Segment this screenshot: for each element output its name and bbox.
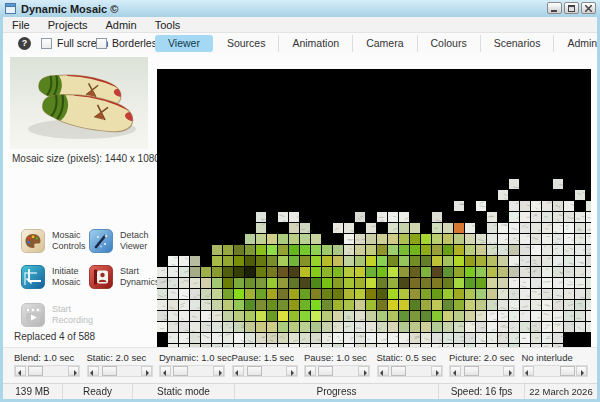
slider-right-arrow-icon[interactable] <box>213 366 224 376</box>
close-icon <box>585 5 592 12</box>
slider-label: No interlude <box>522 352 588 365</box>
slider-dynamic: Dynamic: 1.0 sec <box>159 352 225 383</box>
slider-track[interactable] <box>159 365 225 377</box>
detach-viewer-button[interactable]: Detach Viewer <box>89 229 166 253</box>
close-button[interactable] <box>581 2 596 14</box>
slider-thumb[interactable] <box>173 366 188 376</box>
title-bar[interactable]: Dynamic Mosaic © <box>0 0 600 17</box>
menu-bar: File Projects Admin Tools <box>3 17 597 33</box>
mosaic-size-label: Mosaic size (pixels): 1440 x 1080 <box>12 153 160 164</box>
slider-thumb[interactable] <box>28 366 43 376</box>
start-dynamics-button[interactable]: Start Dynamics <box>89 265 166 289</box>
slider-label: Pause: 1.5 sec <box>232 352 298 365</box>
slider-left-arrow-icon[interactable] <box>233 366 244 376</box>
slider-label: Picture: 2.0 sec <box>449 352 515 365</box>
menu-projects[interactable]: Projects <box>39 17 97 33</box>
slider-right-arrow-icon[interactable] <box>576 366 587 376</box>
help-icon[interactable]: ? <box>18 37 31 50</box>
menu-tools[interactable]: Tools <box>146 17 190 33</box>
slider-track[interactable] <box>304 365 370 377</box>
slider-picture: Picture: 2.0 sec <box>449 352 515 383</box>
menu-admin[interactable]: Admin <box>96 17 145 33</box>
slider-left-arrow-icon[interactable] <box>305 366 316 376</box>
slider-left-arrow-icon[interactable] <box>15 366 26 376</box>
mosaic-canvas <box>157 69 591 363</box>
status-bar: 139 MB Ready Static mode Progress Speed:… <box>3 383 597 399</box>
tab-viewer[interactable]: Viewer <box>155 35 213 52</box>
slider-label: Static: 2.0 sec <box>87 352 153 365</box>
slider-interlude: No interlude <box>522 352 588 383</box>
slider-track[interactable] <box>377 365 443 377</box>
slider-thumb[interactable] <box>247 366 262 376</box>
slider-left-arrow-icon[interactable] <box>450 366 461 376</box>
timing-sliders: Blend: 1.0 sec Static: 2.0 sec Dynamic: … <box>3 347 597 383</box>
slider-label: Pause: 1.0 sec <box>304 352 370 365</box>
status-ready: Ready <box>63 384 133 399</box>
tab-scenarios[interactable]: Scenarios <box>481 35 555 52</box>
slider-track[interactable] <box>449 365 515 377</box>
slider-right-arrow-icon[interactable] <box>431 366 442 376</box>
film-play-icon <box>21 303 45 327</box>
checkbox-icon[interactable] <box>96 38 107 49</box>
app-icon <box>5 3 16 14</box>
status-mode: Static mode <box>133 384 235 399</box>
start-recording-label: Start Recording <box>52 304 98 326</box>
initiate-mosaic-button[interactable]: Initiate Mosaic <box>21 265 98 289</box>
tab-animation[interactable]: Animation <box>279 35 353 52</box>
magic-wand-icon <box>89 229 113 253</box>
slider-left-arrow-icon[interactable] <box>378 366 389 376</box>
window-title: Dynamic Mosaic © <box>21 3 118 15</box>
slider-left-arrow-icon[interactable] <box>160 366 171 376</box>
slider-thumb[interactable] <box>102 366 117 376</box>
slider-right-arrow-icon[interactable] <box>141 366 152 376</box>
mosaic-viewer[interactable] <box>157 69 591 363</box>
slider-label: Static: 0.5 sec <box>377 352 443 365</box>
slider-pause-2: Pause: 1.0 sec <box>304 352 370 383</box>
slider-pause-1: Pause: 1.5 sec <box>232 352 298 383</box>
slider-thumb[interactable] <box>560 366 575 376</box>
slider-left-arrow-icon[interactable] <box>523 366 534 376</box>
status-speed: Speed: 16 fps <box>439 384 525 399</box>
content-area: Mosaic size (pixels): 1440 x 1080 Mosaic… <box>3 53 597 347</box>
minimize-icon <box>551 5 558 12</box>
window-body: File Projects Admin Tools ? Full screen … <box>3 17 597 399</box>
toolbar: ? Full screen Borderless Viewer Sources … <box>3 34 597 53</box>
source-thumbnail-image <box>10 57 148 149</box>
slider-static-1: Static: 2.0 sec <box>87 352 153 383</box>
slider-right-arrow-icon[interactable] <box>503 366 514 376</box>
mosaic-controls-button[interactable]: Mosaic Controls <box>21 229 98 253</box>
checkbox-icon[interactable] <box>41 38 52 49</box>
maximize-icon <box>568 5 575 12</box>
tab-sources[interactable]: Sources <box>214 35 280 52</box>
tab-colours[interactable]: Colours <box>418 35 481 52</box>
replaced-status: Replaced 4 of 588 <box>14 331 95 342</box>
slider-track[interactable] <box>522 365 588 377</box>
palette-icon <box>21 229 45 253</box>
slider-left-arrow-icon[interactable] <box>88 366 99 376</box>
status-progress: Progress <box>235 384 439 399</box>
slider-thumb[interactable] <box>318 366 333 376</box>
maximize-button[interactable] <box>564 2 579 14</box>
minimize-button[interactable] <box>547 2 562 14</box>
address-book-icon <box>89 265 113 289</box>
slider-blend: Blend: 1.0 sec <box>14 352 80 383</box>
slider-track[interactable] <box>87 365 153 377</box>
slider-static-2: Static: 0.5 sec <box>377 352 443 383</box>
status-datetime: 22 March 2026 18:53 <box>525 384 597 399</box>
slider-right-arrow-icon[interactable] <box>358 366 369 376</box>
start-recording-button[interactable]: Start Recording <box>21 303 98 327</box>
slider-thumb[interactable] <box>464 366 479 376</box>
tab-strip: Viewer Sources Animation Camera Colours … <box>155 34 600 53</box>
tab-admin[interactable]: Admin <box>554 35 600 52</box>
slider-track[interactable] <box>232 365 298 377</box>
tab-camera[interactable]: Camera <box>353 35 417 52</box>
slider-track[interactable] <box>14 365 80 377</box>
slider-right-arrow-icon[interactable] <box>286 366 297 376</box>
status-memory: 139 MB <box>3 384 63 399</box>
slider-label: Dynamic: 1.0 sec <box>159 352 225 365</box>
slider-right-arrow-icon[interactable] <box>68 366 79 376</box>
borderless-checkbox[interactable]: Borderless <box>96 37 162 49</box>
app-window: Dynamic Mosaic © File Projects Admin Too… <box>0 0 600 402</box>
slider-thumb[interactable] <box>391 366 406 376</box>
menu-file[interactable]: File <box>3 17 39 33</box>
